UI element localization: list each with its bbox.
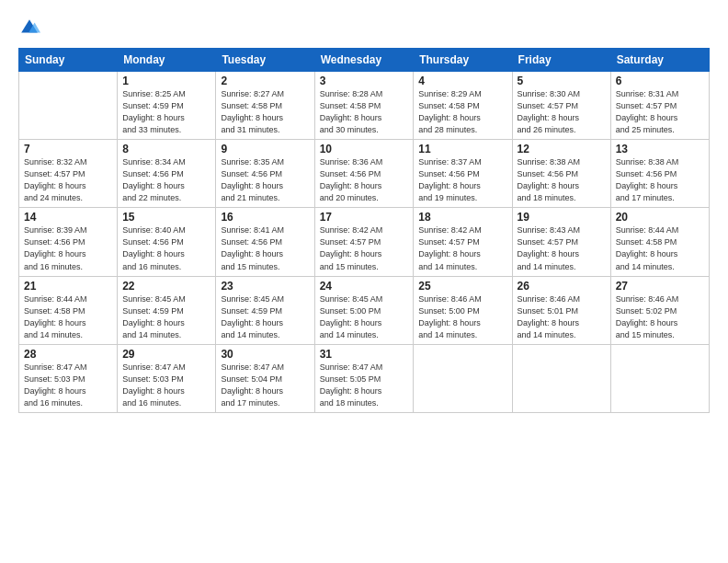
page: SundayMondayTuesdayWednesdayThursdayFrid… [0,0,728,563]
day-number: 8 [122,143,210,155]
calendar-cell: 12Sunrise: 8:38 AM Sunset: 4:56 PM Dayli… [512,140,610,208]
day-number: 10 [320,143,409,155]
calendar-cell: 5Sunrise: 8:30 AM Sunset: 4:57 PM Daylig… [512,72,610,140]
day-number: 19 [518,211,606,224]
day-info: Sunrise: 8:29 AM Sunset: 4:58 PM Dayligh… [418,88,506,136]
calendar-cell: 29Sunrise: 8:47 AM Sunset: 5:03 PM Dayli… [118,344,216,412]
day-info: Sunrise: 8:46 AM Sunset: 5:02 PM Dayligh… [616,293,704,341]
calendar-cell: 3Sunrise: 8:28 AM Sunset: 4:58 PM Daylig… [314,72,414,140]
day-number: 1 [122,75,210,87]
day-info: Sunrise: 8:39 AM Sunset: 4:56 PM Dayligh… [24,224,112,272]
day-number: 27 [616,280,704,293]
calendar-cell: 26Sunrise: 8:46 AM Sunset: 5:01 PM Dayli… [512,276,610,344]
day-info: Sunrise: 8:45 AM Sunset: 4:59 PM Dayligh… [221,293,309,341]
day-info: Sunrise: 8:40 AM Sunset: 4:56 PM Dayligh… [122,224,210,272]
day-info: Sunrise: 8:44 AM Sunset: 4:58 PM Dayligh… [616,224,704,272]
day-number: 25 [418,280,506,293]
day-number: 12 [518,143,606,155]
day-number: 20 [616,211,704,224]
day-number: 6 [616,75,704,87]
day-info: Sunrise: 8:47 AM Sunset: 5:03 PM Dayligh… [24,362,112,409]
calendar-week-row: 7Sunrise: 8:32 AM Sunset: 4:57 PM Daylig… [19,140,710,208]
calendar-cell: 16Sunrise: 8:41 AM Sunset: 4:56 PM Dayli… [216,208,314,276]
day-info: Sunrise: 8:46 AM Sunset: 5:01 PM Dayligh… [518,293,606,341]
day-number: 15 [122,211,210,224]
day-info: Sunrise: 8:44 AM Sunset: 4:58 PM Dayligh… [24,293,112,341]
calendar-cell: 6Sunrise: 8:31 AM Sunset: 4:57 PM Daylig… [610,72,709,140]
day-info: Sunrise: 8:36 AM Sunset: 4:56 PM Dayligh… [320,156,409,204]
day-number: 23 [221,280,309,293]
day-info: Sunrise: 8:27 AM Sunset: 4:58 PM Dayligh… [221,88,309,136]
calendar-cell: 18Sunrise: 8:42 AM Sunset: 4:57 PM Dayli… [414,208,512,276]
calendar-day-header: Monday [118,49,216,72]
day-number: 9 [221,143,309,155]
calendar-cell: 2Sunrise: 8:27 AM Sunset: 4:58 PM Daylig… [216,72,314,140]
day-info: Sunrise: 8:32 AM Sunset: 4:57 PM Dayligh… [24,156,112,204]
day-number: 30 [221,348,309,361]
day-number: 31 [320,348,409,361]
logo [18,17,44,39]
calendar-cell: 25Sunrise: 8:46 AM Sunset: 5:00 PM Dayli… [414,276,512,344]
calendar-cell: 14Sunrise: 8:39 AM Sunset: 4:56 PM Dayli… [19,208,118,276]
day-number: 4 [418,75,506,87]
calendar-cell: 17Sunrise: 8:42 AM Sunset: 4:57 PM Dayli… [314,208,414,276]
day-number: 13 [616,143,704,155]
calendar-cell: 21Sunrise: 8:44 AM Sunset: 4:58 PM Dayli… [19,276,118,344]
calendar-cell: 1Sunrise: 8:25 AM Sunset: 4:59 PM Daylig… [118,72,216,140]
day-info: Sunrise: 8:45 AM Sunset: 5:00 PM Dayligh… [320,293,409,341]
day-info: Sunrise: 8:42 AM Sunset: 4:57 PM Dayligh… [418,224,506,272]
calendar-cell: 27Sunrise: 8:46 AM Sunset: 5:02 PM Dayli… [610,276,709,344]
calendar-day-header: Thursday [414,49,512,72]
day-number: 29 [122,348,210,361]
day-info: Sunrise: 8:47 AM Sunset: 5:04 PM Dayligh… [221,362,309,409]
calendar-cell: 22Sunrise: 8:45 AM Sunset: 4:59 PM Dayli… [118,276,216,344]
header [18,17,710,39]
day-number: 11 [418,143,506,155]
day-number: 21 [24,280,112,293]
calendar-week-row: 14Sunrise: 8:39 AM Sunset: 4:56 PM Dayli… [19,208,710,276]
calendar-week-row: 1Sunrise: 8:25 AM Sunset: 4:59 PM Daylig… [19,72,710,140]
calendar-day-header: Tuesday [216,49,314,72]
day-number: 28 [24,348,112,361]
day-info: Sunrise: 8:47 AM Sunset: 5:03 PM Dayligh… [122,362,210,409]
calendar-cell: 23Sunrise: 8:45 AM Sunset: 4:59 PM Dayli… [216,276,314,344]
day-number: 7 [24,143,112,155]
day-info: Sunrise: 8:30 AM Sunset: 4:57 PM Dayligh… [518,88,606,136]
calendar-cell [19,72,118,140]
calendar-cell: 28Sunrise: 8:47 AM Sunset: 5:03 PM Dayli… [19,344,118,412]
day-number: 22 [122,280,210,293]
day-info: Sunrise: 8:42 AM Sunset: 4:57 PM Dayligh… [320,224,409,272]
day-info: Sunrise: 8:38 AM Sunset: 4:56 PM Dayligh… [616,156,704,204]
calendar-day-header: Sunday [19,49,118,72]
calendar-cell [512,344,610,412]
calendar-cell: 31Sunrise: 8:47 AM Sunset: 5:05 PM Dayli… [314,344,414,412]
calendar-week-row: 21Sunrise: 8:44 AM Sunset: 4:58 PM Dayli… [19,276,710,344]
day-number: 2 [221,75,309,87]
calendar: SundayMondayTuesdayWednesdayThursdayFrid… [18,48,710,413]
day-number: 3 [320,75,409,87]
calendar-cell: 19Sunrise: 8:43 AM Sunset: 4:57 PM Dayli… [512,208,610,276]
calendar-cell: 15Sunrise: 8:40 AM Sunset: 4:56 PM Dayli… [118,208,216,276]
logo-icon [18,17,40,39]
calendar-header-row: SundayMondayTuesdayWednesdayThursdayFrid… [19,49,710,72]
day-info: Sunrise: 8:31 AM Sunset: 4:57 PM Dayligh… [616,88,704,136]
day-info: Sunrise: 8:46 AM Sunset: 5:00 PM Dayligh… [418,293,506,341]
day-number: 26 [518,280,606,293]
calendar-cell: 8Sunrise: 8:34 AM Sunset: 4:56 PM Daylig… [118,140,216,208]
day-info: Sunrise: 8:25 AM Sunset: 4:59 PM Dayligh… [122,88,210,136]
day-info: Sunrise: 8:38 AM Sunset: 4:56 PM Dayligh… [518,156,606,204]
calendar-day-header: Friday [512,49,610,72]
calendar-day-header: Saturday [610,49,709,72]
calendar-cell: 10Sunrise: 8:36 AM Sunset: 4:56 PM Dayli… [314,140,414,208]
calendar-cell [610,344,709,412]
day-info: Sunrise: 8:28 AM Sunset: 4:58 PM Dayligh… [320,88,409,136]
calendar-day-header: Wednesday [314,49,414,72]
day-number: 18 [418,211,506,224]
calendar-cell: 13Sunrise: 8:38 AM Sunset: 4:56 PM Dayli… [610,140,709,208]
calendar-cell [414,344,512,412]
day-number: 14 [24,211,112,224]
day-info: Sunrise: 8:37 AM Sunset: 4:56 PM Dayligh… [418,156,506,204]
day-number: 16 [221,211,309,224]
day-info: Sunrise: 8:34 AM Sunset: 4:56 PM Dayligh… [122,156,210,204]
calendar-cell: 20Sunrise: 8:44 AM Sunset: 4:58 PM Dayli… [610,208,709,276]
